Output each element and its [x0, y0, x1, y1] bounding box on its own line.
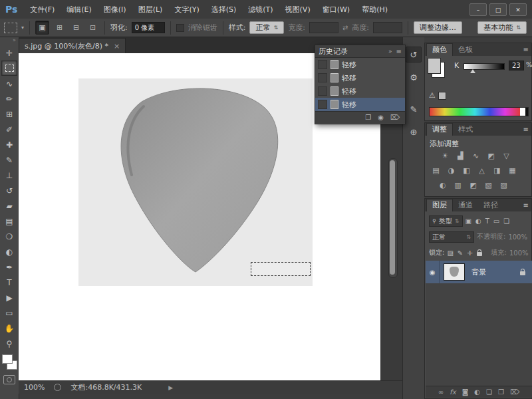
layer-row-background[interactable]: ◉ 背景 [426, 261, 532, 283]
layer-visibility-eye-icon[interactable]: ◉ [426, 261, 440, 283]
tab-adjustments[interactable]: 调整 [426, 123, 453, 136]
tab-paths[interactable]: 路径 [478, 200, 503, 211]
filter-shape-layers-icon[interactable]: ▭ [493, 217, 499, 225]
zoom-level[interactable]: 100% [24, 383, 45, 392]
menu-select[interactable]: 选择(S) [205, 1, 243, 19]
collapse-panel-icon[interactable]: » [388, 48, 392, 55]
black-white-icon[interactable]: ◧ [461, 166, 472, 176]
layer-filter-dropdown[interactable]: ⚲ 类型 ⇅ [429, 215, 463, 227]
layer-name[interactable]: 背景 [471, 267, 520, 277]
maximize-button[interactable]: □ [489, 3, 507, 16]
history-source-checkbox[interactable] [318, 100, 327, 109]
eraser-tool[interactable]: ▰ [1, 198, 17, 213]
color-swatches[interactable] [1, 354, 17, 371]
gamut-color-swatch[interactable] [438, 92, 446, 100]
levels-icon[interactable]: ▟ [455, 151, 466, 161]
tab-close-icon[interactable]: × [114, 42, 120, 51]
vibrance-icon[interactable]: ▽ [501, 151, 512, 161]
blur-tool[interactable]: ❍ [1, 229, 17, 244]
lasso-tool[interactable]: ∿ [1, 76, 17, 91]
layer-style-icon[interactable]: fx [450, 388, 456, 396]
shape-tool[interactable]: ▭ [1, 305, 17, 321]
vertical-scrollbar-thumb[interactable] [390, 160, 395, 275]
selection-marquee[interactable] [251, 262, 311, 276]
toolbar-collapse-icon[interactable]: » [13, 37, 19, 45]
refine-edge-button[interactable]: 调整边缘… [414, 21, 462, 34]
menu-filter[interactable]: 滤镜(T) [242, 1, 279, 19]
style-dropdown[interactable]: 正常 ⇅ [249, 21, 284, 34]
quick-selection-tool[interactable]: ✏ [1, 91, 17, 106]
menu-image[interactable]: 图像(I) [98, 1, 132, 19]
width-input[interactable] [309, 22, 338, 33]
tool-preset-arrow-icon[interactable]: ▾ [21, 25, 24, 31]
clone-stamp-tool[interactable]: ⊥ [1, 168, 17, 183]
tab-color[interactable]: 颜色 [426, 43, 453, 56]
document-tab[interactable]: s.jpg @ 100%(灰色/8) * × [19, 38, 126, 53]
history-source-checkbox[interactable] [318, 73, 327, 82]
filter-adjustment-layers-icon[interactable]: ◐ [475, 217, 481, 225]
threshold-icon[interactable]: ◩ [467, 180, 479, 190]
link-layers-icon[interactable]: ∞ [438, 388, 444, 396]
history-state-row[interactable]: 轻移 [315, 58, 405, 71]
menu-view[interactable]: 视图(V) [279, 1, 317, 19]
brush-tool[interactable]: ✎ [1, 152, 17, 168]
color-spectrum-ramp[interactable] [429, 107, 529, 116]
clone-source-panel-icon[interactable]: ⊕ [406, 124, 422, 140]
lock-transparent-pixels-icon[interactable]: ▨ [447, 249, 453, 257]
crop-tool[interactable]: ⊞ [1, 106, 17, 122]
invert-icon[interactable]: ◐ [437, 180, 448, 190]
minimize-button[interactable]: – [469, 3, 487, 16]
channel-mixer-icon[interactable]: ◨ [491, 166, 503, 176]
menu-layer[interactable]: 图层(L) [132, 1, 169, 19]
height-input[interactable] [373, 22, 402, 33]
swap-dimensions-icon[interactable]: ⇄ [342, 24, 348, 31]
photo-filter-icon[interactable]: △ [476, 166, 487, 176]
layer-thumbnail[interactable] [444, 263, 465, 281]
color-balance-icon[interactable]: ◑ [446, 166, 457, 176]
subtract-from-selection-button[interactable]: ⊟ [70, 21, 82, 34]
menu-edit[interactable]: 编辑(E) [61, 1, 98, 19]
add-to-selection-button[interactable]: ⊞ [53, 21, 66, 34]
add-layer-mask-icon[interactable]: ◙ [462, 388, 469, 396]
hue-saturation-icon[interactable]: ▤ [430, 166, 442, 176]
history-source-checkbox[interactable] [318, 86, 327, 96]
new-layer-icon[interactable]: ❐ [498, 388, 504, 396]
spot-healing-brush-tool[interactable]: ✚ [1, 137, 17, 152]
eyedropper-tool[interactable]: ✐ [1, 122, 17, 137]
dodge-tool[interactable]: ◐ [1, 244, 17, 259]
history-state-row-selected[interactable]: 轻移 [315, 98, 405, 111]
curves-icon[interactable]: ∿ [470, 151, 481, 161]
k-slider-thumb[interactable] [470, 69, 475, 73]
rectangular-marquee-tool[interactable] [1, 61, 17, 76]
posterize-icon[interactable]: ▥ [452, 180, 464, 190]
gradient-map-icon[interactable]: ▧ [483, 180, 494, 190]
filter-type-layers-icon[interactable]: T [485, 217, 489, 225]
tab-swatches[interactable]: 色板 [453, 44, 478, 56]
tab-layers[interactable]: 图层 [426, 199, 453, 211]
opacity-value[interactable]: 100% [508, 233, 527, 241]
move-tool[interactable]: ✛ [1, 45, 17, 61]
filter-pixel-layers-icon[interactable]: ▣ [466, 217, 471, 225]
history-brush-tool[interactable]: ↺ [1, 183, 17, 198]
menu-type[interactable]: 文字(Y) [168, 1, 205, 19]
history-source-checkbox[interactable] [318, 60, 327, 69]
panel-menu-icon[interactable]: ≡ [523, 124, 529, 136]
fill-value[interactable]: 100% [509, 249, 529, 257]
workspace-switcher[interactable]: 基本功能 ⇅ [477, 21, 527, 34]
new-group-icon[interactable]: ❏ [486, 388, 492, 396]
brush-presets-panel-icon[interactable]: ✎ [406, 101, 422, 117]
menu-window[interactable]: 窗口(W) [317, 1, 356, 19]
tab-styles[interactable]: 样式 [453, 124, 478, 136]
history-panel-icon[interactable]: ↺ [406, 47, 422, 63]
lock-all-icon[interactable] [477, 252, 482, 256]
intersect-selection-button[interactable]: ⊡ [86, 21, 99, 34]
properties-panel-icon[interactable]: ⚙ [406, 69, 422, 85]
panel-menu-icon[interactable]: ≡ [396, 48, 402, 55]
quick-mask-button[interactable] [3, 375, 15, 384]
status-arrow-icon[interactable]: ▶ [168, 384, 173, 391]
new-snapshot-icon[interactable]: ◉ [378, 114, 384, 121]
tool-preset-icon[interactable] [4, 23, 17, 33]
delete-state-icon[interactable]: ⌦ [390, 114, 400, 121]
type-tool[interactable]: T [1, 275, 17, 290]
path-selection-tool[interactable]: ▶ [1, 290, 17, 305]
